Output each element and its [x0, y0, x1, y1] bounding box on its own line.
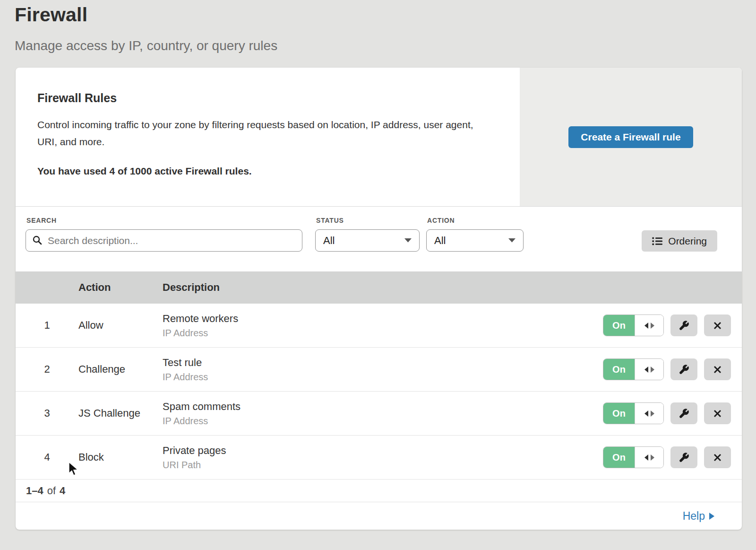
table-header: Action Description [16, 271, 742, 304]
table-row: 3 JS Challenge Spam comments IP Address … [16, 392, 742, 436]
rules-usage-count: You have used 4 of 1000 active Firewall … [37, 166, 491, 177]
rule-description-cell: Private pages URI Path [163, 445, 603, 471]
search-filter: SEARCH [26, 217, 302, 252]
search-icon [32, 235, 43, 245]
chevron-down-icon [404, 238, 412, 243]
description-column-header: Description [163, 281, 742, 294]
rule-priority: 4 [16, 451, 78, 463]
toggle-on-label: On [603, 315, 635, 336]
rule-description: Private pages [163, 445, 603, 457]
rule-controls: On [603, 402, 742, 424]
edit-rule-button[interactable] [670, 402, 697, 424]
action-select[interactable]: All [426, 229, 524, 252]
help-link-label: Help [683, 510, 705, 523]
rules-intro-text: Firewall Rules Control incoming traffic … [16, 68, 520, 206]
rule-action: JS Challenge [78, 407, 163, 419]
firewall-rules-card: Firewall Rules Control incoming traffic … [16, 68, 742, 530]
ordering-list-icon [652, 237, 662, 245]
status-select[interactable]: All [315, 229, 420, 252]
rule-enabled-toggle[interactable]: On [603, 314, 664, 336]
toggle-knob[interactable] [635, 403, 663, 424]
edit-rule-button[interactable] [670, 314, 697, 336]
search-input[interactable] [26, 229, 302, 252]
rules-section-title: Firewall Rules [37, 91, 491, 105]
toggle-on-label: On [603, 403, 635, 424]
rule-enabled-toggle[interactable]: On [603, 358, 664, 380]
rule-enabled-toggle[interactable]: On [603, 446, 664, 468]
toggle-knob[interactable] [635, 359, 663, 380]
close-icon [713, 409, 722, 418]
arrow-right-icon [651, 410, 654, 417]
delete-rule-button[interactable] [704, 446, 731, 468]
table-row: 4 Block Private pages URI Path On [16, 436, 742, 480]
toggle-knob[interactable] [635, 447, 663, 468]
search-label: SEARCH [26, 217, 302, 224]
action-label: ACTION [427, 217, 524, 224]
pagination-row: 1–4 of 4 [16, 480, 742, 502]
rule-description-cell: Test rule IP Address [163, 357, 603, 383]
wrench-icon [679, 364, 689, 375]
rules-description: Control incoming traffic to your zone by… [37, 116, 486, 150]
arrow-right-icon [651, 454, 654, 461]
page-header: Firewall Manage access by IP, country, o… [0, 0, 756, 53]
close-icon [713, 453, 722, 462]
rule-controls: On [603, 446, 742, 468]
ordering-button[interactable]: Ordering [642, 230, 717, 252]
pagination-of: of [47, 485, 56, 497]
rule-controls: On [603, 314, 742, 336]
rule-description-cell: Spam comments IP Address [163, 401, 603, 427]
close-icon [713, 321, 722, 330]
rule-action: Challenge [78, 363, 163, 375]
arrow-right-icon [651, 367, 654, 373]
close-icon [713, 365, 722, 374]
arrow-left-icon [644, 454, 648, 461]
wrench-icon [679, 452, 689, 463]
rule-description: Remote workers [163, 313, 603, 325]
arrow-left-icon [644, 367, 648, 373]
delete-rule-button[interactable] [704, 358, 731, 380]
rule-action: Allow [78, 319, 163, 332]
arrow-left-icon [644, 323, 648, 329]
action-column-header: Action [78, 281, 163, 294]
ordering-button-label: Ordering [668, 236, 707, 247]
chevron-down-icon [508, 238, 515, 243]
wrench-icon [679, 320, 689, 331]
delete-rule-button[interactable] [704, 314, 731, 336]
action-selected-value: All [434, 235, 446, 247]
status-selected-value: All [323, 235, 335, 247]
rule-enabled-toggle[interactable]: On [603, 402, 664, 424]
rule-priority: 1 [16, 319, 78, 332]
wrench-icon [679, 408, 689, 419]
table-row: 2 Challenge Test rule IP Address On [16, 348, 742, 392]
rules-intro-panel: Create a Firewall rule [520, 68, 742, 206]
rules-table-body: 1 Allow Remote workers IP Address On [16, 304, 742, 480]
firewall-page: Firewall Manage access by IP, country, o… [0, 0, 756, 550]
help-link[interactable]: Help [683, 510, 714, 523]
filters-bar: SEARCH STATUS All [16, 207, 742, 271]
arrow-right-icon [709, 513, 714, 520]
rule-priority: 3 [16, 407, 78, 419]
delete-rule-button[interactable] [704, 402, 731, 424]
edit-rule-button[interactable] [670, 446, 697, 468]
arrow-left-icon [644, 410, 648, 417]
arrow-right-icon [651, 323, 654, 329]
rules-intro-section: Firewall Rules Control incoming traffic … [16, 68, 742, 207]
create-firewall-rule-button[interactable]: Create a Firewall rule [568, 126, 693, 148]
rule-controls: On [603, 358, 742, 380]
rule-match-type: IP Address [163, 416, 603, 427]
toggle-on-label: On [603, 447, 635, 468]
rule-match-type: IP Address [163, 328, 603, 339]
status-filter: STATUS All [315, 217, 420, 252]
rule-priority: 2 [16, 363, 78, 375]
rule-description-cell: Remote workers IP Address [163, 313, 603, 339]
help-row: Help [16, 502, 742, 530]
pagination-total: 4 [60, 485, 65, 497]
toggle-knob[interactable] [635, 315, 663, 336]
search-input-wrap [26, 229, 302, 252]
toggle-on-label: On [603, 359, 635, 380]
pagination-range: 1–4 [26, 485, 43, 497]
page-subtitle: Manage access by IP, country, or query r… [15, 38, 756, 53]
rule-match-type: URI Path [163, 460, 603, 471]
edit-rule-button[interactable] [670, 358, 697, 380]
rule-match-type: IP Address [163, 372, 603, 383]
